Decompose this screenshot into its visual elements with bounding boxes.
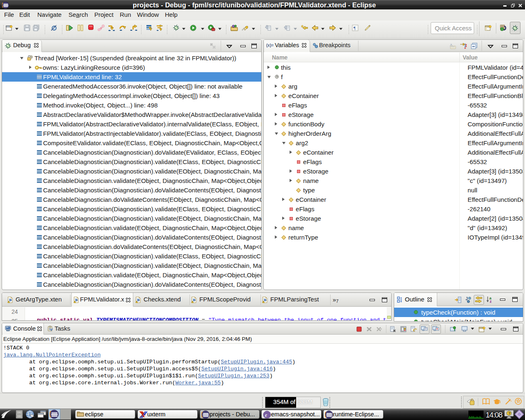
svg-text:z: z	[490, 299, 492, 303]
svg-text:X: X	[140, 411, 145, 418]
svg-text:?: ?	[508, 411, 511, 415]
svg-text:ε: ε	[265, 412, 267, 418]
svg-text:¶: ¶	[354, 25, 356, 30]
